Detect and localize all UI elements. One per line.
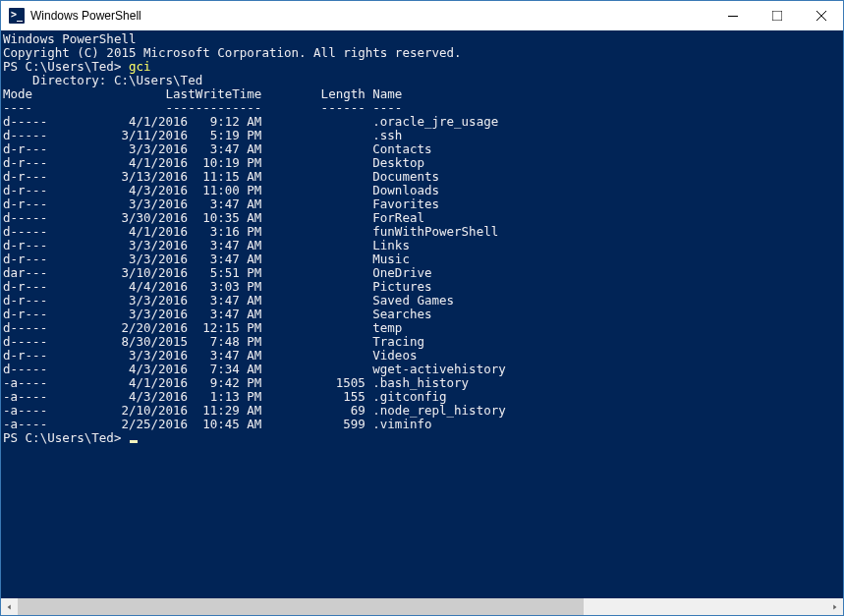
listing-row: d----- 2/20/2016 12:15 PM temp	[3, 321, 843, 335]
title-left: Windows PowerShell	[1, 8, 141, 24]
listing-row: d-r--- 3/3/2016 3:47 AM Searches	[3, 308, 843, 321]
minimize-icon	[728, 11, 738, 21]
prompt-prefix: PS C:\Users\Ted>	[3, 430, 129, 445]
listing-row: d-r--- 4/1/2016 10:19 PM Desktop	[3, 156, 843, 170]
listing-row: d----- 8/30/2015 7:48 PM Tracing	[3, 335, 843, 349]
banner-line: Windows PowerShell	[3, 32, 843, 46]
chevron-left-icon	[7, 603, 12, 611]
listing-row: -a---- 2/10/2016 11:29 AM 69 .node_repl_…	[3, 404, 843, 418]
scrollbar-thumb[interactable]	[18, 598, 584, 615]
prompt-line: PS C:\Users\Ted> gci	[3, 60, 843, 74]
scroll-left-button[interactable]	[1, 598, 18, 615]
powershell-window: Windows PowerShell Windows PowerShellCop…	[0, 0, 844, 616]
cursor	[130, 440, 138, 443]
listing-row: d-r--- 3/3/2016 3:47 AM Videos	[3, 349, 843, 363]
listing-row: d-r--- 3/3/2016 3:47 AM Links	[3, 239, 843, 252]
listing-row: d----- 4/1/2016 3:16 PM funWithPowerShel…	[3, 225, 843, 239]
svg-rect-1	[772, 11, 782, 21]
window-title: Windows PowerShell	[30, 9, 141, 23]
listing-row: d-r--- 3/3/2016 3:47 AM Music	[3, 252, 843, 266]
scroll-right-button[interactable]	[826, 598, 843, 615]
powershell-icon	[9, 8, 25, 24]
listing-row: d-r--- 4/4/2016 3:03 PM Pictures	[3, 280, 843, 294]
listing-row: -a---- 4/1/2016 9:42 PM 1505 .bash_histo…	[3, 376, 843, 390]
svg-marker-2	[8, 604, 11, 609]
maximize-button[interactable]	[755, 1, 799, 30]
listing-row: d----- 4/1/2016 9:12 AM .oracle_jre_usag…	[3, 115, 843, 129]
maximize-icon	[772, 11, 782, 21]
listing-row: d-r--- 3/3/2016 3:47 AM Favorites	[3, 197, 843, 211]
prompt-line: PS C:\Users\Ted>	[3, 431, 843, 445]
column-headers: Mode LastWriteTime Length Name	[3, 87, 843, 101]
close-button[interactable]	[799, 1, 843, 30]
chevron-right-icon	[832, 603, 837, 611]
svg-rect-0	[728, 16, 738, 17]
listing-row: -a---- 2/25/2016 10:45 AM 599 .viminfo	[3, 418, 843, 431]
listing-row: d-r--- 3/3/2016 3:47 AM Saved Games	[3, 294, 843, 308]
listing-row: dar--- 3/10/2016 5:51 PM OneDrive	[3, 266, 843, 280]
directory-line: Directory: C:\Users\Ted	[3, 74, 843, 87]
listing-row: d----- 3/11/2016 5:19 PM .ssh	[3, 129, 843, 142]
listing-row: d-r--- 3/13/2016 11:15 AM Documents	[3, 170, 843, 184]
listing-row: d----- 4/3/2016 7:34 AM wget-activehisto…	[3, 363, 843, 376]
listing-row: d-r--- 4/3/2016 11:00 PM Downloads	[3, 184, 843, 197]
terminal[interactable]: Windows PowerShellCopyright (C) 2015 Mic…	[1, 30, 843, 598]
minimize-button[interactable]	[710, 1, 755, 30]
titlebar[interactable]: Windows PowerShell	[1, 1, 843, 30]
window-controls	[710, 1, 843, 30]
listing-row: -a---- 4/3/2016 1:13 PM 155 .gitconfig	[3, 390, 843, 404]
svg-marker-3	[833, 604, 836, 609]
listing-row: d-r--- 3/3/2016 3:47 AM Contacts	[3, 142, 843, 156]
column-separator: ---- ------------- ------ ----	[3, 101, 843, 115]
close-icon	[816, 11, 826, 21]
banner-line: Copyright (C) 2015 Microsoft Corporation…	[3, 46, 843, 60]
prompt-prefix: PS C:\Users\Ted>	[3, 59, 129, 74]
scrollbar-track[interactable]	[18, 598, 826, 615]
horizontal-scrollbar[interactable]	[1, 598, 843, 615]
command-text: gci	[129, 59, 151, 74]
terminal-wrap: Windows PowerShellCopyright (C) 2015 Mic…	[1, 30, 843, 615]
listing-row: d----- 3/30/2016 10:35 AM ForReal	[3, 211, 843, 225]
